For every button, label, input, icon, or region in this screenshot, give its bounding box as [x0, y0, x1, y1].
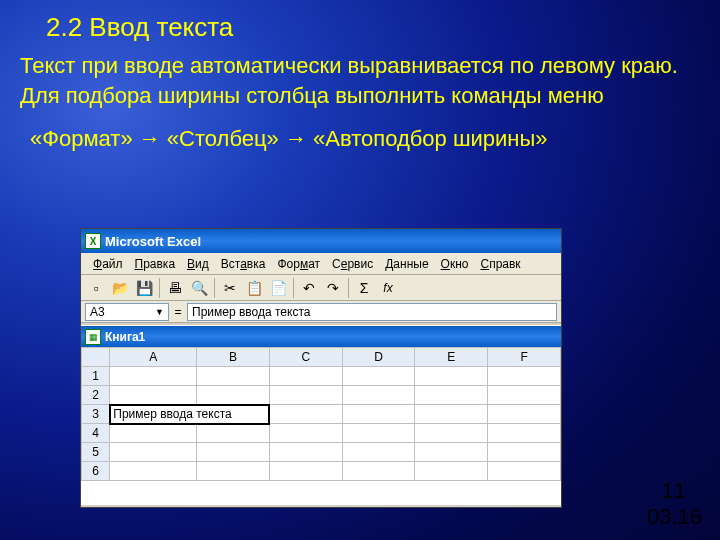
- menu-path: «Формат» → «Столбец» → «Автоподбор ширин…: [0, 110, 720, 152]
- col-header-b[interactable]: B: [197, 348, 270, 367]
- cell[interactable]: [197, 443, 270, 462]
- sum-icon[interactable]: Σ: [353, 277, 375, 299]
- row-header[interactable]: 2: [82, 386, 110, 405]
- cell[interactable]: [110, 462, 197, 481]
- cell[interactable]: [269, 443, 342, 462]
- row-header[interactable]: 1: [82, 367, 110, 386]
- workbook-title-bar: ▦ Книга1: [81, 325, 561, 347]
- menu-window[interactable]: Окно: [435, 255, 475, 273]
- row-header[interactable]: 6: [82, 462, 110, 481]
- menu-file[interactable]: Файл: [87, 255, 129, 273]
- footer-date: 03.16: [647, 504, 702, 530]
- col-header-f[interactable]: F: [488, 348, 561, 367]
- cell[interactable]: [197, 424, 270, 443]
- cell[interactable]: [342, 462, 415, 481]
- formula-input[interactable]: Пример ввода текста: [187, 303, 557, 321]
- cell[interactable]: [342, 443, 415, 462]
- cell[interactable]: [488, 443, 561, 462]
- col-header-a[interactable]: A: [110, 348, 197, 367]
- separator-icon: [293, 278, 294, 298]
- row-header[interactable]: 5: [82, 443, 110, 462]
- app-title: Microsoft Excel: [105, 234, 201, 249]
- menu-bar: Файл Правка Вид Вставка Формат Сервис Да…: [81, 253, 561, 275]
- grid: A B C D E F 1 2 3Пример ввода текста 4 5…: [81, 347, 561, 505]
- cell[interactable]: [488, 405, 561, 424]
- save-icon[interactable]: 💾: [133, 277, 155, 299]
- cell-a3-selected[interactable]: Пример ввода текста: [110, 405, 270, 424]
- menu-insert[interactable]: Вставка: [215, 255, 272, 273]
- cell[interactable]: [488, 462, 561, 481]
- menu-data[interactable]: Данные: [379, 255, 434, 273]
- undo-icon[interactable]: ↶: [298, 277, 320, 299]
- equals-label: =: [169, 305, 187, 319]
- dropdown-icon[interactable]: ▼: [155, 307, 164, 317]
- cell[interactable]: [110, 386, 197, 405]
- cell[interactable]: [415, 424, 488, 443]
- excel-icon: X: [85, 233, 101, 249]
- cell[interactable]: [269, 424, 342, 443]
- cell[interactable]: [415, 367, 488, 386]
- cell[interactable]: [110, 443, 197, 462]
- redo-icon[interactable]: ↷: [322, 277, 344, 299]
- menu-view[interactable]: Вид: [181, 255, 215, 273]
- formula-bar: A3 ▼ = Пример ввода текста: [81, 301, 561, 323]
- menu-help[interactable]: Справк: [474, 255, 526, 273]
- menu-edit[interactable]: Правка: [129, 255, 182, 273]
- cell[interactable]: [110, 424, 197, 443]
- cell[interactable]: [415, 386, 488, 405]
- select-all-corner[interactable]: [82, 348, 110, 367]
- open-icon[interactable]: 📂: [109, 277, 131, 299]
- menu-tools[interactable]: Сервис: [326, 255, 379, 273]
- cell[interactable]: [110, 367, 197, 386]
- excel-screenshot: X Microsoft Excel Файл Правка Вид Вставк…: [80, 228, 562, 508]
- menu-format[interactable]: Формат: [271, 255, 326, 273]
- print-icon[interactable]: 🖶: [164, 277, 186, 299]
- cut-icon[interactable]: ✂: [219, 277, 241, 299]
- app-title-bar: X Microsoft Excel: [81, 229, 561, 253]
- name-box-value: A3: [90, 305, 105, 319]
- separator-icon: [214, 278, 215, 298]
- page-number: 11: [662, 478, 686, 504]
- name-box[interactable]: A3 ▼: [85, 303, 169, 321]
- cell[interactable]: [269, 462, 342, 481]
- cell[interactable]: [269, 367, 342, 386]
- cell[interactable]: [342, 405, 415, 424]
- separator-icon: [159, 278, 160, 298]
- cell[interactable]: [197, 462, 270, 481]
- toolbar: ▫ 📂 💾 🖶 🔍 ✂ 📋 📄 ↶ ↷ Σ fx: [81, 275, 561, 301]
- row-header[interactable]: 3: [82, 405, 110, 424]
- cell[interactable]: [269, 386, 342, 405]
- workbook-title: Книга1: [105, 330, 145, 344]
- cell[interactable]: [488, 386, 561, 405]
- cell[interactable]: [488, 367, 561, 386]
- row-header[interactable]: 4: [82, 424, 110, 443]
- cell[interactable]: [342, 367, 415, 386]
- cell[interactable]: [415, 405, 488, 424]
- col-header-d[interactable]: D: [342, 348, 415, 367]
- separator-icon: [348, 278, 349, 298]
- cell[interactable]: [197, 386, 270, 405]
- copy-icon[interactable]: 📋: [243, 277, 265, 299]
- cell[interactable]: [415, 462, 488, 481]
- cell[interactable]: [342, 424, 415, 443]
- cell[interactable]: [488, 424, 561, 443]
- workbook-icon: ▦: [85, 329, 101, 345]
- cell[interactable]: [415, 443, 488, 462]
- fx-icon[interactable]: fx: [377, 277, 399, 299]
- cell[interactable]: [269, 405, 342, 424]
- slide-body: Текст при вводе автоматически выравнивае…: [0, 43, 720, 110]
- preview-icon[interactable]: 🔍: [188, 277, 210, 299]
- paste-icon[interactable]: 📄: [267, 277, 289, 299]
- col-header-c[interactable]: C: [269, 348, 342, 367]
- cell[interactable]: [197, 367, 270, 386]
- new-icon[interactable]: ▫: [85, 277, 107, 299]
- slide-title: 2.2 Ввод текста: [0, 0, 720, 43]
- cell[interactable]: [342, 386, 415, 405]
- col-header-e[interactable]: E: [415, 348, 488, 367]
